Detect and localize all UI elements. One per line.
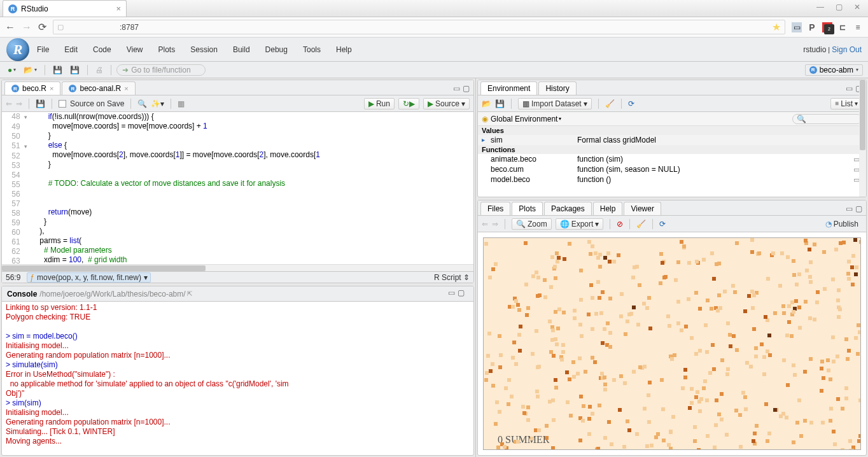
ext-icon[interactable]: P xyxy=(807,22,817,32)
clear-plots-icon[interactable]: 🧹 xyxy=(636,220,646,229)
menu-edit[interactable]: Edit xyxy=(64,45,78,54)
tab-help[interactable]: Help xyxy=(593,202,623,215)
close-icon[interactable]: × xyxy=(50,85,53,92)
ext-icon[interactable]: ✱2 xyxy=(822,22,832,32)
source-status-bar: 56:9 ƒmove(pop, x, y, fit.now, fit.new) … xyxy=(2,271,473,283)
maximize-pane-icon[interactable]: ▢ xyxy=(855,204,862,213)
tab-environment[interactable]: Environment xyxy=(480,81,537,95)
right-column: Environment History ▭▢ 📂 💾 ▦ Import Data… xyxy=(475,78,868,457)
console-pane: Console /home/joeroe/g/Work/Lab/thesis/b… xyxy=(1,286,474,456)
close-window-icon[interactable]: ✕ xyxy=(854,3,860,14)
export-button[interactable]: 🌐 Export ▾ xyxy=(556,218,604,230)
env-row[interactable]: model.becofunction ()▭ xyxy=(478,174,866,185)
project-selector[interactable]: R beco-abm ▾ xyxy=(805,64,863,76)
refresh-icon[interactable]: ⟳ xyxy=(659,220,666,229)
source-tab-beco-anal-r[interactable]: R beco-anal.R × xyxy=(62,81,135,95)
forward-icon[interactable]: ⇒ xyxy=(16,99,22,108)
minimize-pane-icon[interactable]: ▭ xyxy=(846,204,853,213)
tab-label: Files xyxy=(487,204,503,213)
forward-icon[interactable]: → xyxy=(22,22,32,33)
import-dataset-button[interactable]: ▦ Import Dataset ▾ xyxy=(518,98,592,109)
source-on-save-checkbox[interactable] xyxy=(59,100,66,108)
console-output[interactable]: Linking to sp version: 1.1-1Polygon chec… xyxy=(2,302,473,455)
scope-label[interactable]: Global Environment xyxy=(491,115,557,123)
env-row[interactable]: beco.cumfunction (sim, season = NULL)▭ xyxy=(478,164,866,174)
refresh-icon[interactable]: ⟳ xyxy=(628,99,634,108)
tab-packages[interactable]: Packages xyxy=(544,202,592,215)
publish-button[interactable]: ◔ Publish xyxy=(822,219,862,229)
save-icon[interactable]: 💾 xyxy=(36,99,45,108)
next-plot-icon[interactable]: ⇒ xyxy=(492,220,498,229)
env-row[interactable]: ▸simFormal class gridModel xyxy=(478,135,866,145)
new-file-icon[interactable]: ●▾ xyxy=(5,64,18,76)
remove-plot-icon[interactable]: ⊘ xyxy=(617,220,623,229)
console-path: /home/joeroe/g/Work/Lab/thesis/beco-abm/ xyxy=(39,290,185,299)
project-name: beco-abm xyxy=(820,66,853,74)
run-button[interactable]: ▶Run xyxy=(364,98,395,109)
menu-plots[interactable]: Plots xyxy=(158,45,176,54)
env-row[interactable]: animate.becofunction (sim)▭ xyxy=(478,154,866,164)
path-popup-icon[interactable]: ⇱ xyxy=(187,290,192,297)
cursor-position: 56:9 xyxy=(6,273,20,282)
menu-build[interactable]: Build xyxy=(233,45,250,54)
menu-file[interactable]: File xyxy=(37,45,49,54)
reload-icon[interactable]: ⟳ xyxy=(38,21,46,33)
ext-icon[interactable]: ▭ xyxy=(792,22,802,32)
tab-label: Help xyxy=(600,204,616,213)
file-type-label[interactable]: R Script xyxy=(434,273,461,282)
wand-icon[interactable]: ✨▾ xyxy=(151,99,164,108)
tab-plots[interactable]: Plots xyxy=(512,202,543,215)
view-mode-button[interactable]: ≡ List ▾ xyxy=(830,98,862,109)
menu-icon[interactable]: ≡ xyxy=(853,22,863,32)
url-input[interactable]: ▢ :8787 ★ xyxy=(53,20,785,34)
zoom-button[interactable]: 🔍 Zoom xyxy=(512,218,552,230)
rerun-button[interactable]: ↻▶ xyxy=(398,98,419,109)
back-icon[interactable]: ← xyxy=(5,22,15,33)
menu-help[interactable]: Help xyxy=(336,45,352,54)
env-search-input[interactable]: 🔍 xyxy=(792,114,862,124)
function-scope[interactable]: ƒmove(pop, x, y, fit.now, fit.new) ▾ xyxy=(27,272,151,283)
maximize-pane-icon[interactable]: ▢ xyxy=(458,288,465,297)
goto-file-function-input[interactable]: ➜ Go to file/function xyxy=(116,64,206,76)
maximize-icon[interactable]: ▢ xyxy=(836,3,843,14)
tab-history[interactable]: History xyxy=(538,81,576,95)
environment-list[interactable]: Values▸simFormal class gridModelFunction… xyxy=(478,126,866,197)
minimize-pane-icon[interactable]: ▭ xyxy=(448,288,455,297)
browser-tab[interactable]: R RStudio × xyxy=(3,0,127,17)
find-icon[interactable]: 🔍 xyxy=(137,99,147,108)
plots-toolbar: ⇐ ⇒ 🔍 Zoom 🌐 Export ▾ ⊘ 🧹 ⟳ ◔ Publish xyxy=(478,216,866,232)
tab-files[interactable]: Files xyxy=(480,202,510,215)
minimize-pane-icon[interactable]: ▭ xyxy=(846,84,853,93)
horizontal-scrollbar[interactable] xyxy=(2,264,473,271)
clear-env-icon[interactable]: 🧹 xyxy=(605,99,615,108)
close-icon[interactable]: × xyxy=(124,85,128,92)
env-tab-bar: Environment History ▭▢ xyxy=(478,80,866,95)
minimize-pane-icon[interactable]: ▭ xyxy=(453,84,460,93)
minimize-icon[interactable]: — xyxy=(816,3,824,14)
open-file-icon[interactable]: 📂▾ xyxy=(21,64,39,76)
source-tab-beco-r[interactable]: R beco.R × xyxy=(4,81,60,95)
bookmark-star-icon[interactable]: ★ xyxy=(772,21,781,33)
save-env-icon[interactable]: 💾 xyxy=(495,99,505,108)
menu-session[interactable]: Session xyxy=(190,45,218,54)
menu-tools[interactable]: Tools xyxy=(303,45,321,54)
ext-icon[interactable]: ⊏ xyxy=(837,22,848,32)
publish-label: Publish xyxy=(834,220,858,229)
save-all-icon[interactable]: 💾 xyxy=(67,64,82,76)
open-env-icon[interactable]: 📂 xyxy=(482,99,491,108)
compile-icon[interactable]: ▦ xyxy=(178,99,185,108)
sign-out-link[interactable]: Sign Out xyxy=(832,45,862,54)
menu-view[interactable]: View xyxy=(127,45,143,54)
tab-viewer[interactable]: Viewer xyxy=(624,202,661,215)
source-button[interactable]: ▶Source ▾ xyxy=(423,98,470,109)
back-icon[interactable]: ⇐ xyxy=(6,99,12,108)
menu-debug[interactable]: Debug xyxy=(265,45,288,54)
code-editor[interactable]: 48 ▾49 50 51 ▾52 53 54 55 56 57 58 59 60… xyxy=(2,112,473,264)
vertical-scrollbar[interactable] xyxy=(859,80,866,197)
menu-code[interactable]: Code xyxy=(93,45,111,54)
save-icon[interactable]: 💾 xyxy=(50,64,65,76)
prev-plot-icon[interactable]: ⇐ xyxy=(482,220,488,229)
close-icon[interactable]: × xyxy=(116,4,121,13)
print-icon[interactable]: 🖨 xyxy=(93,64,106,76)
maximize-pane-icon[interactable]: ▢ xyxy=(463,84,470,93)
